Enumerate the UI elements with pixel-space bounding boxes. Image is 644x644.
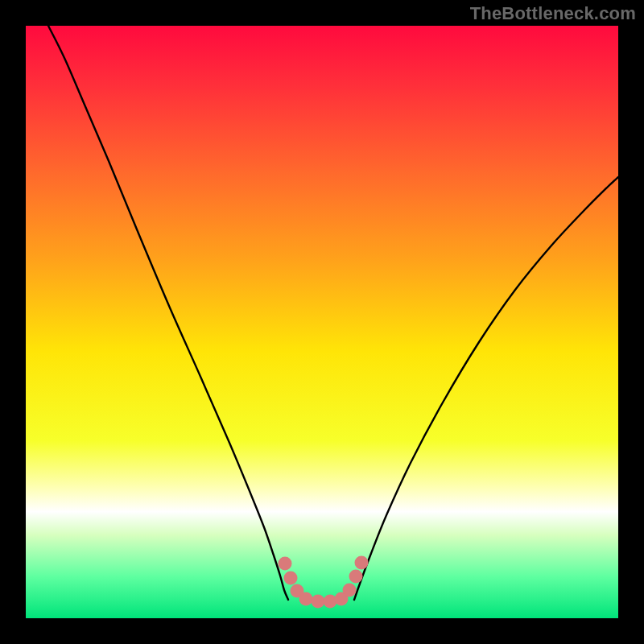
marker-dot xyxy=(299,592,313,606)
marker-dot xyxy=(355,556,369,570)
marker-dot xyxy=(312,595,325,609)
marker-dot xyxy=(324,595,337,609)
chart-frame: TheBottleneck.com xyxy=(0,0,644,644)
marker-dot xyxy=(284,572,298,585)
bottleneck-chart xyxy=(0,0,644,644)
marker-dot xyxy=(349,570,363,584)
marker-dot xyxy=(343,584,357,597)
plot-background xyxy=(26,26,618,618)
marker-dot xyxy=(279,557,292,571)
watermark-text: TheBottleneck.com xyxy=(470,3,636,24)
